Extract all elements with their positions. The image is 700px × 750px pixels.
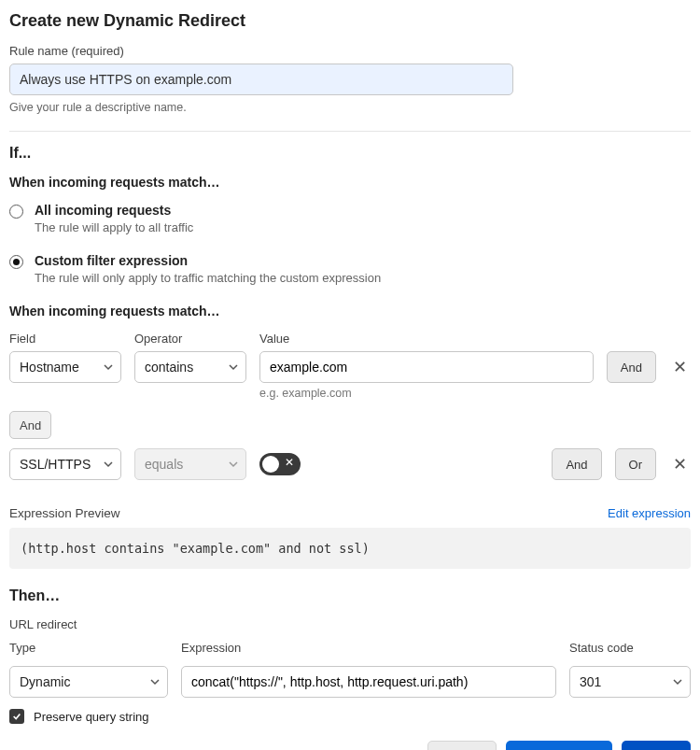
chevron-down-icon (229, 362, 238, 372)
expression-preview-code: (http.host contains "example.com" and no… (9, 528, 691, 569)
url-redirect-label: URL redirect (9, 617, 691, 631)
then-col-headers: Type Expression Status code (9, 641, 691, 660)
field-select-value: SSL/HTTPS (20, 457, 91, 472)
if-heading: If... (9, 145, 691, 162)
or-button[interactable]: Or (615, 448, 656, 480)
save-draft-button[interactable]: Save as Draft (506, 741, 613, 750)
match-heading: When incoming requests match… (9, 175, 691, 190)
status-code-select[interactable]: 301 (569, 666, 691, 698)
type-select-value: Dynamic (20, 674, 70, 689)
cancel-button[interactable]: Cancel (427, 741, 497, 750)
builder-col-headers: Field Operator Value (9, 332, 691, 346)
col-status: Status code (569, 641, 691, 655)
preserve-query-checkbox[interactable] (9, 709, 24, 724)
chevron-down-icon (673, 677, 682, 686)
and-button[interactable]: And (607, 351, 656, 383)
col-field: Field (9, 332, 121, 346)
status-code-value: 301 (580, 674, 601, 689)
operator-select-value: equals (145, 457, 183, 472)
toggle-knob (262, 456, 279, 473)
type-select[interactable]: Dynamic (9, 666, 168, 698)
remove-row-icon[interactable]: ✕ (669, 353, 691, 381)
page-title: Create new Dynamic Redirect (9, 11, 691, 31)
and-button[interactable]: And (552, 448, 601, 480)
preserve-query-row[interactable]: Preserve query string (9, 709, 691, 724)
radio-custom-desc: The rule will only apply to traffic matc… (35, 271, 691, 285)
remove-row-icon[interactable]: ✕ (669, 450, 691, 478)
col-operator: Operator (134, 332, 246, 346)
then-row: Dynamic 301 (9, 666, 691, 698)
preserve-query-label: Preserve query string (34, 710, 149, 724)
ssl-toggle[interactable]: ✕ (259, 453, 301, 475)
radio-custom-label: Custom filter expression (35, 253, 691, 268)
radio-custom-expression[interactable]: Custom filter expression The rule will o… (9, 253, 691, 285)
divider (9, 131, 691, 132)
chevron-down-icon (104, 362, 113, 372)
radio-icon[interactable] (9, 255, 23, 269)
footer-buttons: Cancel Save as Draft Deploy (9, 741, 691, 750)
chevron-down-icon (150, 677, 160, 686)
expression-row: Hostname contains And ✕ (9, 351, 691, 383)
radio-all-desc: The rule will apply to all traffic (35, 220, 691, 234)
rule-name-input[interactable] (9, 64, 513, 95)
value-input[interactable] (259, 351, 594, 383)
operator-select-value: contains (145, 360, 193, 375)
radio-icon[interactable] (9, 205, 23, 219)
col-expression: Expression (181, 641, 556, 655)
operator-select[interactable]: contains (134, 351, 246, 383)
expression-preview-label: Expression Preview (9, 506, 120, 520)
close-icon: ✕ (285, 456, 294, 469)
rule-name-help: Give your rule a descriptive name. (9, 101, 691, 114)
radio-all-incoming[interactable]: All incoming requests The rule will appl… (9, 203, 691, 234)
builder-heading: When incoming requests match… (9, 304, 691, 318)
field-select-value: Hostname (20, 360, 79, 375)
col-value: Value (259, 332, 691, 346)
chevron-down-icon (104, 460, 113, 469)
chevron-down-icon (229, 460, 238, 469)
logic-chip-and[interactable]: And (9, 411, 51, 439)
field-select[interactable]: SSL/HTTPS (9, 448, 121, 480)
expression-input[interactable] (181, 666, 556, 698)
edit-expression-link[interactable]: Edit expression (608, 506, 691, 520)
radio-all-label: All incoming requests (35, 203, 691, 218)
col-type: Type (9, 641, 168, 655)
operator-select: equals (134, 448, 246, 480)
field-select[interactable]: Hostname (9, 351, 121, 383)
rule-name-label: Rule name (required) (9, 44, 691, 58)
then-heading: Then… (9, 587, 691, 604)
deploy-button[interactable]: Deploy (622, 741, 691, 750)
expression-row: SSL/HTTPS equals ✕ And Or ✕ (9, 448, 691, 480)
value-hint: e.g. example.com (259, 387, 691, 400)
